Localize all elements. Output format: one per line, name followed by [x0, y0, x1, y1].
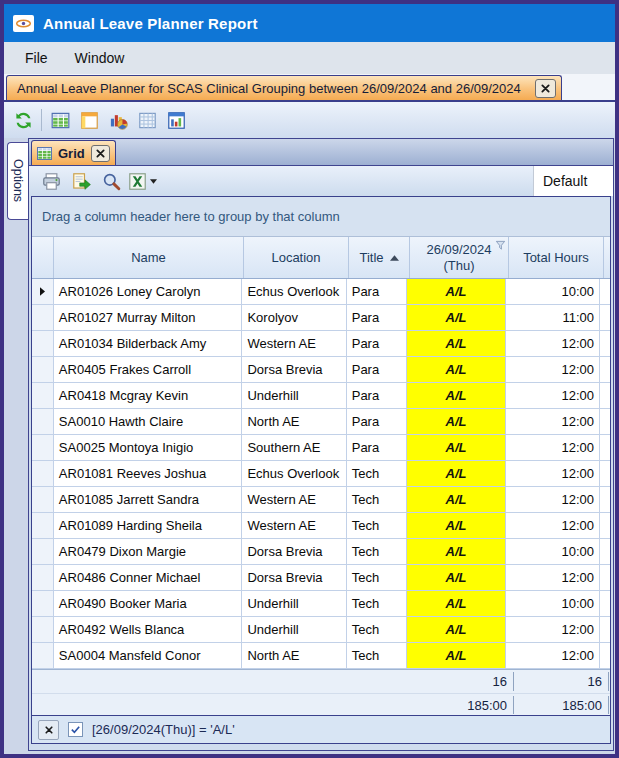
cell-title[interactable]: Para	[347, 435, 408, 460]
table-row[interactable]: AR01081 Reeves JoshuaEchus OverlookTechA…	[32, 461, 610, 487]
table-row[interactable]: AR0405 Frakes CarrollDorsa BreviaParaA/L…	[32, 357, 610, 383]
column-header-location[interactable]: Location	[244, 237, 349, 278]
export-icon[interactable]	[67, 168, 95, 194]
cell-location[interactable]: Southern AE	[242, 435, 346, 460]
cell-location[interactable]: Dorsa Brevia	[242, 357, 346, 382]
row-indicator[interactable]	[32, 305, 54, 330]
cell-leave[interactable]: A/L	[407, 409, 505, 434]
cell-title[interactable]: Tech	[347, 513, 408, 538]
cell-name[interactable]: AR0405 Frakes Carroll	[54, 357, 243, 382]
cell-location[interactable]: Korolyov	[242, 305, 346, 330]
table-row[interactable]: SA0025 Montoya InigioSouthern AEParaA/L1…	[32, 435, 610, 461]
row-indicator[interactable]	[32, 461, 54, 486]
table-row[interactable]: AR0490 Booker MariaUnderhillTechA/L10:00	[32, 591, 610, 617]
cell-total-hours[interactable]: 12:00	[506, 331, 600, 356]
table-row[interactable]: AR0486 Conner MichaelDorsa BreviaTechA/L…	[32, 565, 610, 591]
filter-expression[interactable]: [26/09/2024(Thu)] = 'A/L'	[92, 722, 235, 737]
cell-location[interactable]: Underhill	[242, 591, 346, 616]
cell-title[interactable]: Para	[347, 357, 408, 382]
cell-name[interactable]: AR01085 Jarrett Sandra	[54, 487, 243, 512]
cell-leave[interactable]: A/L	[407, 539, 505, 564]
cell-name[interactable]: SA0010 Hawth Claire	[54, 409, 243, 434]
cell-total-hours[interactable]: 12:00	[506, 513, 600, 538]
cell-leave[interactable]: A/L	[407, 591, 505, 616]
cell-leave[interactable]: A/L	[407, 279, 505, 304]
row-indicator[interactable]	[32, 409, 54, 434]
column-header-total-hours[interactable]: Total Hours	[509, 237, 604, 278]
cell-location[interactable]: Western AE	[242, 331, 346, 356]
row-indicator[interactable]	[32, 617, 54, 642]
options-panel-tab[interactable]: Options	[7, 142, 28, 220]
table-row[interactable]: AR01089 Harding SheilaWestern AETechA/L1…	[32, 513, 610, 539]
cell-total-hours[interactable]: 10:00	[506, 591, 600, 616]
cell-location[interactable]: Dorsa Brevia	[242, 565, 346, 590]
cell-leave[interactable]: A/L	[407, 461, 505, 486]
cell-title[interactable]: Para	[347, 305, 408, 330]
cell-location[interactable]: Dorsa Brevia	[242, 539, 346, 564]
table-row[interactable]: AR01085 Jarrett SandraWestern AETechA/L1…	[32, 487, 610, 513]
group-by-panel[interactable]: Drag a column header here to group by th…	[32, 197, 610, 237]
row-indicator[interactable]	[32, 513, 54, 538]
cell-total-hours[interactable]: 12:00	[506, 383, 600, 408]
close-icon[interactable]	[535, 79, 556, 98]
row-indicator[interactable]	[32, 539, 54, 564]
cell-location[interactable]: Echus Overlook	[242, 279, 346, 304]
cell-name[interactable]: AR01027 Murray Milton	[54, 305, 243, 330]
excel-export-button[interactable]	[125, 168, 160, 194]
cell-leave[interactable]: A/L	[407, 617, 505, 642]
cell-leave[interactable]: A/L	[407, 331, 505, 356]
cell-leave[interactable]: A/L	[407, 305, 505, 330]
cell-total-hours[interactable]: 12:00	[506, 435, 600, 460]
cell-total-hours[interactable]: 10:00	[506, 279, 600, 304]
cell-name[interactable]: AR01034 Bilderback Amy	[54, 331, 243, 356]
cell-name[interactable]: AR0479 Dixon Margie	[54, 539, 243, 564]
cell-title[interactable]: Tech	[347, 565, 408, 590]
cell-leave[interactable]: A/L	[407, 487, 505, 512]
cell-total-hours[interactable]: 12:00	[506, 409, 600, 434]
cell-name[interactable]: AR0486 Conner Michael	[54, 565, 243, 590]
row-indicator[interactable]	[32, 357, 54, 382]
cell-title[interactable]: Tech	[347, 643, 408, 668]
row-indicator[interactable]	[32, 279, 54, 304]
cell-name[interactable]: AR01081 Reeves Joshua	[54, 461, 243, 486]
cell-name[interactable]: AR01026 Loney Carolyn	[54, 279, 243, 304]
menu-file[interactable]: File	[25, 50, 48, 66]
cell-title[interactable]: Para	[347, 331, 408, 356]
cell-leave[interactable]: A/L	[407, 565, 505, 590]
checkbox-checked-icon[interactable]	[68, 722, 83, 737]
cell-title[interactable]: Tech	[347, 487, 408, 512]
table-row[interactable]: SA0010 Hawth ClaireNorth AEParaA/L12:00	[32, 409, 610, 435]
row-indicator[interactable]	[32, 383, 54, 408]
cell-name[interactable]: AR01089 Harding Sheila	[54, 513, 243, 538]
row-indicator[interactable]	[32, 643, 54, 668]
cell-location[interactable]: Western AE	[242, 513, 346, 538]
cell-total-hours[interactable]: 12:00	[506, 565, 600, 590]
table-row[interactable]: AR0418 Mcgray KevinUnderhillParaA/L12:00	[32, 383, 610, 409]
cell-total-hours[interactable]: 10:00	[506, 539, 600, 564]
cell-location[interactable]: North AE	[242, 409, 346, 434]
column-header-date[interactable]: 26/09/2024 (Thu)	[410, 237, 509, 278]
print-icon[interactable]	[37, 168, 65, 194]
table-row[interactable]: AR0479 Dixon MargieDorsa BreviaTechA/L10…	[32, 539, 610, 565]
cell-total-hours[interactable]: 11:00	[506, 305, 600, 330]
row-indicator[interactable]	[32, 591, 54, 616]
row-indicator[interactable]	[32, 435, 54, 460]
cell-total-hours[interactable]: 12:00	[506, 617, 600, 642]
grid-view-icon[interactable]	[47, 107, 73, 133]
column-header-name[interactable]: Name	[54, 237, 244, 278]
cell-location[interactable]: Underhill	[242, 383, 346, 408]
report-view-icon[interactable]	[163, 107, 189, 133]
cell-name[interactable]: AR0492 Wells Blanca	[54, 617, 243, 642]
table-row[interactable]: AR01026 Loney CarolynEchus OverlookParaA…	[32, 279, 610, 305]
table-row[interactable]: AR01034 Bilderback AmyWestern AEParaA/L1…	[32, 331, 610, 357]
document-tab[interactable]: Annual Leave Planner for SCAS Clinical G…	[6, 75, 562, 100]
row-indicator[interactable]	[32, 331, 54, 356]
cell-total-hours[interactable]: 12:00	[506, 487, 600, 512]
cell-location[interactable]: Underhill	[242, 617, 346, 642]
zoom-icon[interactable]	[97, 168, 125, 194]
chart-view-icon[interactable]	[105, 107, 131, 133]
cell-title[interactable]: Tech	[347, 461, 408, 486]
close-icon[interactable]	[91, 145, 110, 162]
cell-title[interactable]: Tech	[347, 539, 408, 564]
cell-total-hours[interactable]: 12:00	[506, 357, 600, 382]
